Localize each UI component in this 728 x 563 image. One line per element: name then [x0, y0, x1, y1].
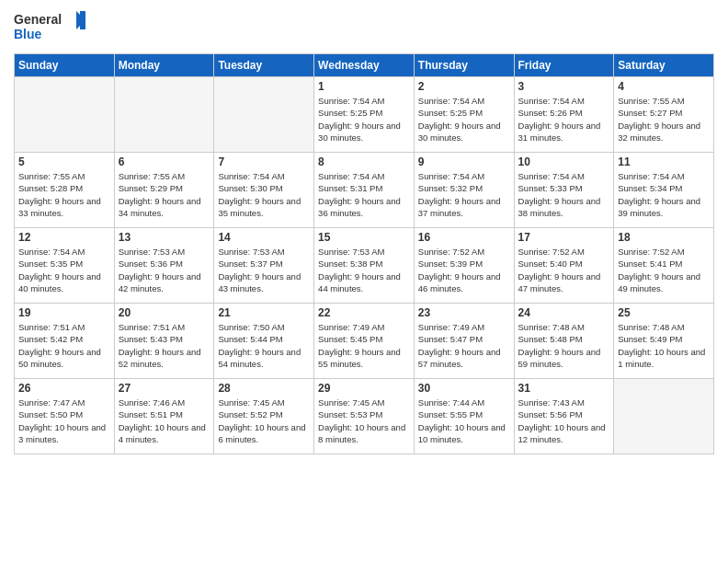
day-info: Sunrise: 7:55 AM Sunset: 5:29 PM Dayligh… — [119, 170, 210, 219]
day-number: 9 — [418, 155, 510, 168]
day-number: 7 — [218, 155, 310, 168]
day-info: Sunrise: 7:49 AM Sunset: 5:47 PM Dayligh… — [418, 321, 510, 370]
calendar-cell: 16Sunrise: 7:52 AM Sunset: 5:39 PM Dayli… — [414, 228, 514, 304]
calendar-cell: 12Sunrise: 7:54 AM Sunset: 5:35 PM Dayli… — [15, 228, 115, 304]
calendar-cell: 19Sunrise: 7:51 AM Sunset: 5:42 PM Dayli… — [15, 304, 115, 379]
calendar-cell: 3Sunrise: 7:54 AM Sunset: 5:26 PM Daylig… — [514, 77, 614, 153]
day-number: 17 — [518, 231, 610, 244]
day-info: Sunrise: 7:50 AM Sunset: 5:44 PM Dayligh… — [218, 321, 310, 370]
page-container: General Blue SundayMondayTuesdayWednesda… — [0, 0, 728, 563]
day-info: Sunrise: 7:48 AM Sunset: 5:48 PM Dayligh… — [518, 321, 610, 370]
day-number: 27 — [119, 382, 210, 395]
day-info: Sunrise: 7:54 AM Sunset: 5:30 PM Dayligh… — [218, 170, 310, 219]
day-number: 1 — [318, 80, 410, 93]
day-info: Sunrise: 7:53 AM Sunset: 5:37 PM Dayligh… — [218, 246, 310, 294]
day-info: Sunrise: 7:54 AM Sunset: 5:25 PM Dayligh… — [418, 95, 510, 144]
day-info: Sunrise: 7:54 AM Sunset: 5:34 PM Dayligh… — [618, 170, 710, 219]
day-number: 8 — [318, 155, 410, 168]
day-info: Sunrise: 7:45 AM Sunset: 5:52 PM Dayligh… — [218, 396, 310, 445]
calendar-week-5: 26Sunrise: 7:47 AM Sunset: 5:50 PM Dayli… — [15, 379, 714, 454]
day-info: Sunrise: 7:51 AM Sunset: 5:42 PM Dayligh… — [18, 321, 110, 370]
day-number: 31 — [518, 382, 610, 395]
day-number: 15 — [318, 231, 410, 244]
day-number: 20 — [119, 306, 210, 319]
weekday-header-row: SundayMondayTuesdayWednesdayThursdayFrid… — [15, 54, 714, 77]
day-info: Sunrise: 7:48 AM Sunset: 5:49 PM Dayligh… — [618, 321, 710, 370]
calendar-cell: 13Sunrise: 7:53 AM Sunset: 5:36 PM Dayli… — [114, 228, 214, 304]
day-number: 13 — [119, 231, 210, 244]
calendar-cell: 10Sunrise: 7:54 AM Sunset: 5:33 PM Dayli… — [514, 153, 614, 228]
calendar-cell: 4Sunrise: 7:55 AM Sunset: 5:27 PM Daylig… — [614, 77, 714, 153]
weekday-header-thursday: Thursday — [414, 54, 514, 77]
calendar-cell — [114, 77, 214, 153]
day-number: 24 — [518, 306, 610, 319]
calendar-cell: 21Sunrise: 7:50 AM Sunset: 5:44 PM Dayli… — [214, 304, 314, 379]
day-info: Sunrise: 7:54 AM Sunset: 5:26 PM Dayligh… — [518, 95, 610, 144]
day-number: 5 — [18, 155, 110, 168]
calendar-cell: 26Sunrise: 7:47 AM Sunset: 5:50 PM Dayli… — [15, 379, 115, 454]
day-info: Sunrise: 7:53 AM Sunset: 5:36 PM Dayligh… — [119, 246, 210, 294]
calendar-cell: 24Sunrise: 7:48 AM Sunset: 5:48 PM Dayli… — [514, 304, 614, 379]
calendar-cell: 7Sunrise: 7:54 AM Sunset: 5:30 PM Daylig… — [214, 153, 314, 228]
calendar-week-4: 19Sunrise: 7:51 AM Sunset: 5:42 PM Dayli… — [15, 304, 714, 379]
calendar-cell: 30Sunrise: 7:44 AM Sunset: 5:55 PM Dayli… — [414, 379, 514, 454]
calendar-cell — [214, 77, 314, 153]
svg-rect-3 — [80, 11, 85, 29]
day-info: Sunrise: 7:54 AM Sunset: 5:35 PM Dayligh… — [18, 246, 110, 294]
weekday-header-friday: Friday — [514, 54, 614, 77]
day-info: Sunrise: 7:52 AM Sunset: 5:40 PM Dayligh… — [518, 246, 610, 294]
calendar-cell: 25Sunrise: 7:48 AM Sunset: 5:49 PM Dayli… — [614, 304, 714, 379]
svg-text:Blue: Blue — [14, 27, 42, 41]
logo: General Blue — [14, 9, 87, 46]
calendar-cell: 20Sunrise: 7:51 AM Sunset: 5:43 PM Dayli… — [114, 304, 214, 379]
day-number: 21 — [218, 306, 310, 319]
day-number: 30 — [418, 382, 510, 395]
header: General Blue — [14, 9, 714, 46]
calendar-cell: 9Sunrise: 7:54 AM Sunset: 5:32 PM Daylig… — [414, 153, 514, 228]
weekday-header-sunday: Sunday — [15, 54, 115, 77]
calendar-cell: 6Sunrise: 7:55 AM Sunset: 5:29 PM Daylig… — [114, 153, 214, 228]
day-info: Sunrise: 7:52 AM Sunset: 5:41 PM Dayligh… — [618, 246, 710, 294]
svg-text:General: General — [14, 12, 62, 27]
calendar-cell — [15, 77, 115, 153]
day-info: Sunrise: 7:52 AM Sunset: 5:39 PM Dayligh… — [418, 246, 510, 294]
calendar-cell: 27Sunrise: 7:46 AM Sunset: 5:51 PM Dayli… — [114, 379, 214, 454]
day-number: 4 — [618, 80, 710, 93]
day-info: Sunrise: 7:44 AM Sunset: 5:55 PM Dayligh… — [418, 396, 510, 445]
calendar-cell: 8Sunrise: 7:54 AM Sunset: 5:31 PM Daylig… — [314, 153, 415, 228]
day-info: Sunrise: 7:54 AM Sunset: 5:31 PM Dayligh… — [318, 170, 410, 219]
calendar-cell: 31Sunrise: 7:43 AM Sunset: 5:56 PM Dayli… — [514, 379, 614, 454]
day-number: 14 — [218, 231, 310, 244]
day-info: Sunrise: 7:54 AM Sunset: 5:25 PM Dayligh… — [318, 95, 410, 144]
weekday-header-tuesday: Tuesday — [214, 54, 314, 77]
day-number: 25 — [618, 306, 710, 319]
day-number: 12 — [18, 231, 110, 244]
day-info: Sunrise: 7:46 AM Sunset: 5:51 PM Dayligh… — [119, 396, 210, 445]
day-info: Sunrise: 7:45 AM Sunset: 5:53 PM Dayligh… — [318, 396, 410, 445]
day-info: Sunrise: 7:43 AM Sunset: 5:56 PM Dayligh… — [518, 396, 610, 445]
calendar-cell: 28Sunrise: 7:45 AM Sunset: 5:52 PM Dayli… — [214, 379, 314, 454]
day-number: 16 — [418, 231, 510, 244]
calendar-cell: 17Sunrise: 7:52 AM Sunset: 5:40 PM Dayli… — [514, 228, 614, 304]
calendar-cell — [614, 379, 714, 454]
calendar-week-2: 5Sunrise: 7:55 AM Sunset: 5:28 PM Daylig… — [15, 153, 714, 228]
calendar-week-3: 12Sunrise: 7:54 AM Sunset: 5:35 PM Dayli… — [15, 228, 714, 304]
weekday-header-saturday: Saturday — [614, 54, 714, 77]
calendar-cell: 5Sunrise: 7:55 AM Sunset: 5:28 PM Daylig… — [15, 153, 115, 228]
calendar-week-1: 1Sunrise: 7:54 AM Sunset: 5:25 PM Daylig… — [15, 77, 714, 153]
day-number: 29 — [318, 382, 410, 395]
day-info: Sunrise: 7:49 AM Sunset: 5:45 PM Dayligh… — [318, 321, 410, 370]
day-number: 11 — [618, 155, 710, 168]
calendar-cell: 2Sunrise: 7:54 AM Sunset: 5:25 PM Daylig… — [414, 77, 514, 153]
weekday-header-monday: Monday — [114, 54, 214, 77]
calendar-cell: 22Sunrise: 7:49 AM Sunset: 5:45 PM Dayli… — [314, 304, 415, 379]
day-number: 18 — [618, 231, 710, 244]
day-info: Sunrise: 7:47 AM Sunset: 5:50 PM Dayligh… — [18, 396, 110, 445]
day-info: Sunrise: 7:55 AM Sunset: 5:27 PM Dayligh… — [618, 95, 710, 144]
weekday-header-wednesday: Wednesday — [314, 54, 415, 77]
day-info: Sunrise: 7:54 AM Sunset: 5:33 PM Dayligh… — [518, 170, 610, 219]
day-number: 2 — [418, 80, 510, 93]
day-number: 28 — [218, 382, 310, 395]
day-info: Sunrise: 7:55 AM Sunset: 5:28 PM Dayligh… — [18, 170, 110, 219]
day-info: Sunrise: 7:53 AM Sunset: 5:38 PM Dayligh… — [318, 246, 410, 294]
